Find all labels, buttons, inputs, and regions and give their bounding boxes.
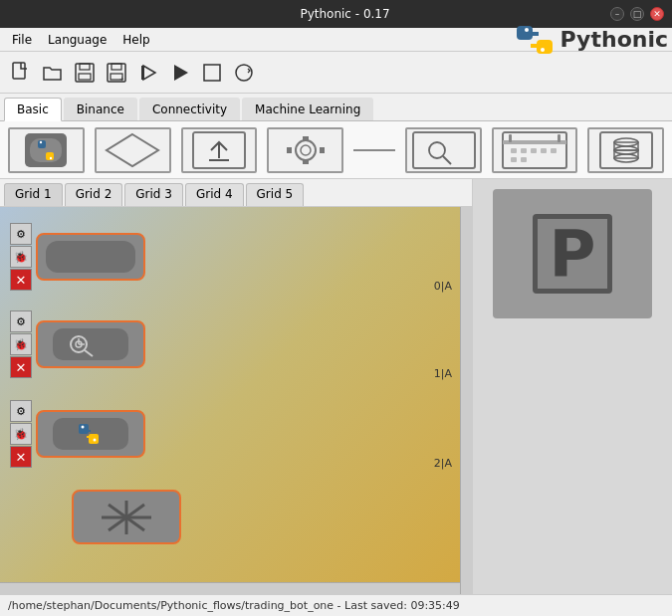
svg-rect-39 bbox=[509, 134, 512, 142]
python-block-btn[interactable] bbox=[8, 127, 85, 173]
cross-block[interactable] bbox=[72, 490, 181, 544]
content-area: Grid 1 Grid 2 Grid 3 Grid 4 Grid 5 ⚙ 🐞 ✕… bbox=[0, 179, 672, 594]
grid-tab-1[interactable]: Grid 1 bbox=[4, 183, 63, 206]
svg-point-24 bbox=[50, 156, 52, 158]
logo-area: Pythonic bbox=[515, 22, 668, 58]
upload-block-btn[interactable] bbox=[181, 127, 258, 173]
grid-tab-3[interactable]: Grid 3 bbox=[124, 183, 183, 206]
svg-rect-21 bbox=[38, 140, 46, 148]
svg-rect-38 bbox=[503, 140, 566, 144]
tab-machine-learning[interactable]: Machine Learning bbox=[242, 98, 373, 120]
svg-rect-4 bbox=[531, 32, 539, 36]
diamond-block-btn[interactable] bbox=[95, 127, 171, 173]
flow-block-label-0: 0|A bbox=[434, 280, 452, 293]
config-btn-2[interactable]: ⚙ bbox=[10, 400, 32, 422]
loop-button[interactable] bbox=[229, 58, 259, 88]
window-controls: – □ ✕ bbox=[610, 7, 672, 21]
svg-rect-44 bbox=[541, 148, 547, 153]
menu-language[interactable]: Language bbox=[40, 31, 114, 49]
horizontal-scrollbar[interactable] bbox=[0, 582, 460, 594]
save-as-button[interactable]: + bbox=[102, 58, 131, 88]
grid-tabs: Grid 1 Grid 2 Grid 3 Grid 4 Grid 5 bbox=[0, 179, 472, 207]
svg-rect-42 bbox=[521, 148, 527, 153]
tab-connectivity[interactable]: Connectivity bbox=[139, 98, 240, 120]
grid-tab-2[interactable]: Grid 2 bbox=[65, 183, 123, 206]
menu-file[interactable]: File bbox=[4, 31, 40, 49]
grid-tab-4[interactable]: Grid 4 bbox=[185, 183, 244, 206]
svg-point-35 bbox=[429, 142, 445, 158]
debug-btn-0[interactable]: 🐞 bbox=[10, 246, 32, 268]
debug-btn-1[interactable]: 🐞 bbox=[10, 333, 32, 355]
flow-controls-0: ⚙ 🐞 ✕ bbox=[10, 223, 32, 291]
flow-block-1[interactable] bbox=[36, 320, 145, 368]
delete-btn-2[interactable]: ✕ bbox=[10, 446, 32, 468]
config-btn-1[interactable]: ⚙ bbox=[10, 310, 32, 332]
flow-block-0[interactable] bbox=[36, 233, 145, 281]
delete-btn-0[interactable]: ✕ bbox=[10, 269, 32, 291]
tab-basic[interactable]: Basic bbox=[4, 98, 62, 121]
flow-row-0: ⚙ 🐞 ✕ 0|A bbox=[10, 223, 472, 291]
svg-rect-33 bbox=[320, 147, 325, 153]
flow-block-2[interactable] bbox=[36, 410, 145, 458]
minimize-button[interactable]: – bbox=[610, 7, 624, 21]
new-file-button[interactable] bbox=[6, 58, 36, 88]
close-button[interactable]: ✕ bbox=[650, 7, 664, 21]
calendar-block-btn[interactable] bbox=[492, 127, 577, 173]
svg-rect-9 bbox=[79, 74, 91, 80]
svg-point-18 bbox=[236, 65, 252, 81]
vertical-scrollbar[interactable] bbox=[460, 207, 472, 594]
grid-tab-5[interactable]: Grid 5 bbox=[246, 183, 305, 206]
pythonic-icon bbox=[515, 22, 555, 58]
debug-btn-2[interactable]: 🐞 bbox=[10, 423, 32, 445]
cross-symbol-icon bbox=[97, 496, 156, 539]
tab-binance[interactable]: Binance bbox=[64, 98, 137, 120]
open-file-button[interactable] bbox=[38, 58, 68, 88]
svg-rect-34 bbox=[413, 132, 475, 168]
gear-block-btn[interactable] bbox=[267, 127, 343, 173]
svg-point-3 bbox=[541, 48, 545, 52]
svg-point-29 bbox=[301, 145, 311, 155]
flow-block-inner-0 bbox=[46, 241, 135, 273]
menu-help[interactable]: Help bbox=[114, 31, 157, 49]
svg-rect-30 bbox=[303, 136, 309, 141]
svg-line-36 bbox=[443, 156, 451, 164]
save-button[interactable] bbox=[70, 58, 100, 88]
svg-marker-25 bbox=[107, 134, 158, 166]
status-text: /home/stephan/Documents/Pythonic_flows/t… bbox=[8, 599, 460, 612]
svg-point-63 bbox=[82, 426, 85, 429]
flow-row-1: ⚙ 🐞 ✕ 1|A bbox=[10, 310, 472, 378]
svg-point-2 bbox=[525, 28, 529, 32]
stop-button[interactable] bbox=[197, 58, 227, 88]
config-btn-0[interactable]: ⚙ bbox=[10, 223, 32, 245]
search-icon-block bbox=[51, 326, 130, 362]
svg-rect-6 bbox=[13, 63, 25, 79]
parking-box: P bbox=[493, 189, 652, 318]
svg-rect-5 bbox=[531, 44, 539, 48]
svg-rect-65 bbox=[87, 430, 91, 432]
svg-rect-40 bbox=[558, 134, 560, 142]
connector-element bbox=[353, 149, 395, 151]
flow-block-label-1: 1|A bbox=[434, 367, 452, 380]
svg-rect-8 bbox=[80, 64, 90, 70]
cross-block-row bbox=[36, 490, 472, 544]
search-block-btn[interactable] bbox=[405, 127, 482, 173]
svg-rect-17 bbox=[204, 65, 220, 81]
flow-block-label-2: 2|A bbox=[434, 457, 452, 470]
main-tabs: Basic Binance Connectivity Machine Learn… bbox=[0, 94, 672, 121]
svg-rect-43 bbox=[531, 148, 537, 153]
parking-symbol: P bbox=[533, 214, 612, 294]
flow-controls-2: ⚙ 🐞 ✕ bbox=[10, 400, 32, 468]
toolbar: + bbox=[0, 52, 672, 94]
python-icon-block bbox=[51, 416, 130, 452]
svg-point-28 bbox=[296, 140, 316, 160]
svg-rect-1 bbox=[537, 40, 553, 54]
svg-rect-46 bbox=[511, 157, 517, 162]
run-button[interactable] bbox=[165, 58, 195, 88]
maximize-button[interactable]: □ bbox=[630, 7, 644, 21]
delete-btn-1[interactable]: ✕ bbox=[10, 356, 32, 378]
database-block-btn[interactable] bbox=[587, 127, 664, 173]
svg-rect-11 bbox=[112, 64, 121, 70]
step-button[interactable] bbox=[133, 58, 163, 88]
grid-canvas: ⚙ 🐞 ✕ 0|A ⚙ 🐞 ✕ bbox=[0, 207, 472, 594]
flow-row-2: ⚙ 🐞 ✕ 2|A bbox=[10, 400, 472, 468]
